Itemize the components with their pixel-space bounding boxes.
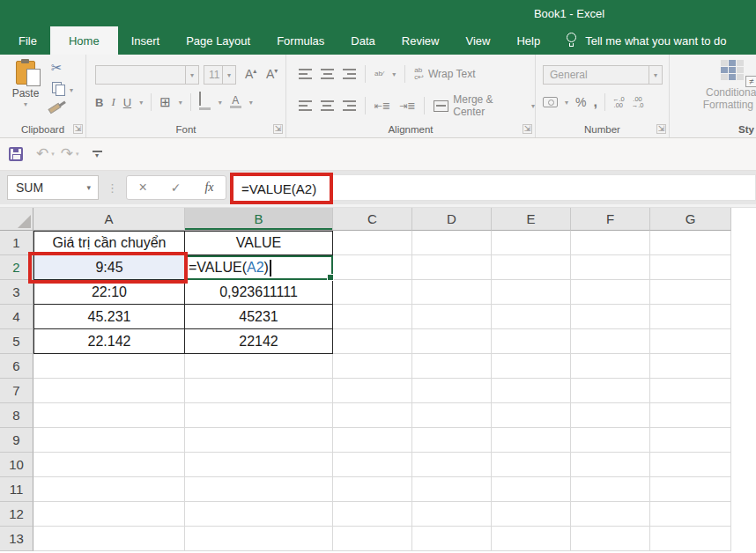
cell-C7[interactable] — [333, 379, 412, 403]
cell-B13[interactable] — [185, 527, 333, 551]
clipboard-dialog-launcher-icon[interactable]: ⇲ — [73, 124, 83, 134]
cell-G2[interactable] — [650, 255, 731, 280]
cell-D7[interactable] — [412, 379, 492, 403]
cell-E10[interactable] — [492, 453, 571, 477]
row-header-1[interactable]: 1 — [0, 231, 33, 255]
conditional-formatting-button[interactable]: ≠ Conditional Formatting ▾ — [694, 60, 756, 111]
row-header-6[interactable]: 6 — [0, 354, 33, 379]
cell-F1[interactable] — [571, 231, 650, 255]
cell-G6[interactable] — [650, 354, 731, 379]
wrap-text-button[interactable]: ab c↩ Wrap Text — [414, 67, 475, 81]
tab-view[interactable]: View — [452, 26, 503, 55]
cell-E2[interactable] — [492, 255, 571, 280]
align-left-icon[interactable] — [299, 100, 312, 111]
cell-C4[interactable] — [333, 305, 412, 329]
cell-F9[interactable] — [571, 428, 650, 453]
cell-A5[interactable]: 22.142 — [33, 329, 185, 354]
cell-B9[interactable] — [185, 428, 333, 453]
align-center-icon[interactable] — [321, 100, 334, 111]
chevron-down-icon[interactable]: ▾ — [51, 151, 55, 158]
align-top-icon[interactable] — [299, 69, 312, 79]
cell-D11[interactable] — [412, 477, 492, 502]
cell-A4[interactable]: 45.231 — [33, 305, 185, 329]
chevron-down-icon[interactable]: ▾ — [185, 66, 198, 84]
cell-B11[interactable] — [185, 477, 333, 502]
font-size-combo[interactable]: 11 ▾ — [204, 65, 236, 85]
tell-me-box[interactable]: Tell me what you want to do — [566, 26, 726, 55]
cell-E5[interactable] — [492, 329, 571, 354]
cell-F4[interactable] — [571, 305, 650, 329]
cell-B3[interactable]: 0,923611111 — [185, 280, 333, 305]
format-painter-icon[interactable] — [48, 103, 61, 114]
cell-D9[interactable] — [412, 428, 492, 453]
cell-E12[interactable] — [492, 502, 571, 527]
chevron-down-icon[interactable]: ▾ — [179, 99, 182, 107]
tab-page-layout[interactable]: Page Layout — [173, 26, 263, 55]
row-header-2[interactable]: 2 — [0, 255, 33, 280]
decrease-decimal-icon[interactable]: .00→.0 — [632, 96, 644, 108]
column-header-E[interactable]: E — [492, 208, 571, 231]
row-header-8[interactable]: 8 — [0, 403, 33, 428]
column-header-C[interactable]: C — [333, 208, 412, 231]
cell-A12[interactable] — [33, 502, 185, 527]
cell-D6[interactable] — [412, 354, 492, 379]
borders-icon[interactable]: ⊞ — [159, 94, 171, 110]
customize-qat-icon[interactable]: ▾ — [93, 151, 102, 158]
cell-A1[interactable]: Giá trị cần chuyển — [33, 231, 185, 255]
increase-indent-icon[interactable]: ⇥≣ — [399, 100, 415, 112]
column-header-G[interactable]: G — [650, 208, 731, 231]
cell-C6[interactable] — [333, 354, 412, 379]
enter-icon[interactable]: ✓ — [171, 181, 182, 195]
cell-A11[interactable] — [33, 477, 185, 502]
align-middle-icon[interactable] — [321, 69, 334, 79]
cell-F12[interactable] — [571, 502, 650, 527]
cell-C1[interactable] — [333, 231, 412, 255]
cell-A10[interactable] — [33, 453, 185, 477]
cell-C8[interactable] — [333, 403, 412, 428]
increase-font-size-button[interactable]: A▴ — [245, 67, 256, 81]
cell-A2[interactable]: 9:45 — [33, 255, 185, 280]
cell-D10[interactable] — [412, 453, 492, 477]
cell-G13[interactable] — [650, 527, 731, 551]
font-name-combo[interactable]: ▾ — [95, 65, 199, 85]
column-header-B[interactable]: B — [185, 208, 333, 231]
align-right-icon[interactable] — [343, 100, 356, 111]
chevron-down-icon[interactable]: ▾ — [139, 99, 143, 107]
cell-G4[interactable] — [650, 305, 731, 329]
cell-D2[interactable] — [412, 255, 492, 280]
tab-file[interactable]: File — [5, 26, 50, 55]
chevron-down-icon[interactable]: ▾ — [86, 183, 91, 192]
cell-A13[interactable] — [33, 527, 185, 551]
row-header-11[interactable]: 11 — [0, 477, 33, 502]
insert-function-icon[interactable]: fx — [204, 181, 213, 195]
chevron-down-icon[interactable]: ▾ — [222, 66, 235, 84]
cell-F13[interactable] — [571, 527, 650, 551]
tab-review[interactable]: Review — [389, 26, 453, 55]
tab-insert[interactable]: Insert — [118, 26, 174, 55]
column-header-D[interactable]: D — [412, 208, 492, 231]
cell-G10[interactable] — [650, 453, 731, 477]
cell-C10[interactable] — [333, 453, 412, 477]
font-dialog-launcher-icon[interactable]: ⇲ — [273, 124, 283, 134]
cell-B7[interactable] — [185, 379, 333, 403]
cell-C12[interactable] — [333, 502, 412, 527]
alignment-dialog-launcher-icon[interactable]: ⇲ — [523, 124, 532, 134]
cell-B10[interactable] — [185, 453, 333, 477]
row-header-5[interactable]: 5 — [0, 329, 33, 354]
cell-F8[interactable] — [571, 403, 650, 428]
cell-E9[interactable] — [492, 428, 571, 453]
cell-D5[interactable] — [412, 329, 492, 354]
italic-button[interactable]: I — [111, 95, 115, 109]
fill-color-icon[interactable] — [199, 94, 211, 110]
undo-icon[interactable]: ↶ — [36, 147, 48, 161]
font-color-icon[interactable]: A — [230, 96, 241, 108]
cell-F5[interactable] — [571, 329, 650, 354]
cell-B1[interactable]: VALUE — [185, 231, 333, 255]
chevron-down-icon[interactable]: ▾ — [76, 151, 79, 158]
cell-F11[interactable] — [571, 477, 650, 502]
cell-C3[interactable] — [333, 280, 412, 305]
cell-F3[interactable] — [571, 280, 650, 305]
increase-decimal-icon[interactable]: ←.0.00 — [612, 96, 625, 108]
cell-F10[interactable] — [571, 453, 650, 477]
cell-G7[interactable] — [650, 379, 731, 403]
